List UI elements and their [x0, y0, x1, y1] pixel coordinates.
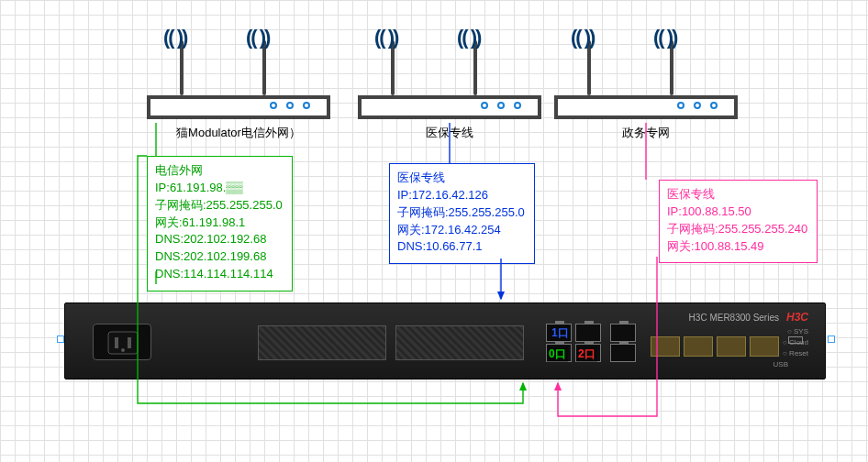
net-gateway: 网关:61.191.98.1 [155, 214, 283, 232]
modem-body-icon [147, 95, 330, 119]
net-title: 医保专线 [667, 186, 807, 204]
net-ip: IP:172.16.42.126 [397, 187, 525, 204]
led-icon [303, 102, 310, 109]
sfp-port-icon [750, 336, 779, 357]
net-mask: 子网掩码:255.255.255.0 [155, 197, 283, 214]
led-icon [270, 102, 277, 109]
modem-body-icon [358, 95, 541, 119]
resize-handle-left[interactable] [57, 336, 64, 343]
power-socket-icon [93, 324, 151, 360]
led-icon [514, 102, 521, 109]
reset-label: ○ Reset [783, 349, 808, 358]
modem-telecom[interactable]: (( )) (( )) 猫Modulator电信外网） [147, 31, 330, 141]
antenna-wave-icon: (( )) [457, 26, 480, 50]
rj45-port-icon [610, 324, 636, 342]
modem-yibao[interactable]: (( )) (( )) 医保专线 [358, 31, 541, 141]
net-gateway: 网关:100.88.15.49 [667, 238, 807, 256]
led-icon [286, 102, 294, 109]
infobox-yibao[interactable]: 医保专线 IP:172.16.42.126 子网掩码:255.255.255.0… [389, 163, 535, 264]
net-title: 医保专线 [397, 170, 525, 187]
net-ip: IP:61.191.98.▒▒ [155, 180, 283, 197]
led-icon [710, 102, 718, 109]
led-icon [677, 102, 684, 109]
device-series: H3C MER8300 Series [689, 313, 779, 323]
port-label-1: 1口 [550, 325, 571, 341]
net-dns: DNS:10.66.77.1 [397, 238, 525, 256]
svg-rect-2 [128, 337, 131, 348]
net-gateway: 网关:172.16.42.254 [397, 222, 525, 239]
modem-body-icon [554, 95, 738, 119]
antenna-wave-icon: (( )) [653, 26, 676, 50]
sfp-port-icon [717, 336, 746, 357]
sfp-port-icon [651, 336, 680, 357]
antenna-wave-icon: (( )) [163, 26, 186, 50]
led-icon [694, 102, 701, 109]
expansion-slot-icon [395, 325, 524, 360]
rj45-port-icon [575, 324, 601, 342]
expansion-slot-icon [258, 325, 386, 360]
led-icon [481, 102, 488, 109]
cloud-led-label: ○ Cloud [783, 338, 808, 346]
net-dns: DNS:202.102.199.68 [155, 248, 283, 266]
net-mask: 子网掩码:255.255.255.0 [397, 204, 525, 222]
modem-label: 猫Modulator电信外网） [147, 125, 330, 141]
usb-label: USB [773, 360, 788, 368]
antenna-wave-icon: (( )) [246, 26, 269, 50]
router-device[interactable]: 1口 0口 2口 H3C MER8300 Series H3C ○ SYS ○ … [64, 302, 826, 380]
sys-led-label: ○ SYS [787, 327, 808, 336]
net-dns: DNS:114.114.114.114 [155, 266, 283, 283]
net-mask: 子网掩码:255.255.255.240 [667, 221, 807, 238]
antenna-wave-icon: (( )) [571, 26, 594, 50]
svg-point-3 [121, 348, 125, 352]
resize-handle-right[interactable] [828, 336, 835, 343]
brand-logo: H3C [786, 311, 808, 324]
infobox-telecom[interactable]: 电信外网 IP:61.191.98.▒▒ 子网掩码:255.255.255.0 … [147, 156, 293, 292]
port-label-0: 0口 [547, 346, 568, 362]
port-label-2: 2口 [576, 346, 597, 362]
rj45-port-icon [610, 344, 636, 362]
net-ip: IP:100.88.15.50 [667, 204, 807, 221]
modem-label: 医保专线 [358, 125, 541, 141]
led-icon [497, 102, 505, 109]
svg-rect-1 [115, 337, 118, 348]
infobox-gov[interactable]: 医保专线 IP:100.88.15.50 子网掩码:255.255.255.24… [659, 180, 818, 263]
antenna-wave-icon: (( )) [374, 26, 397, 50]
net-title: 电信外网 [155, 162, 283, 180]
modem-gov[interactable]: (( )) (( )) 政务专网 [554, 31, 738, 141]
net-dns: DNS:202.102.192.68 [155, 231, 283, 248]
modem-label: 政务专网 [554, 125, 738, 141]
sfp-port-icon [684, 336, 713, 357]
